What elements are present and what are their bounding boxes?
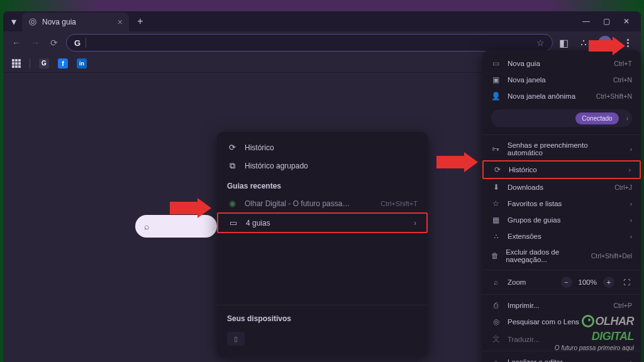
menu-favorites[interactable]: ☆ Favoritos e listas › (482, 195, 641, 212)
bookmark-linkedin[interactable]: in (77, 58, 87, 69)
annotation-arrow-kebab (589, 36, 625, 55)
omnibox[interactable]: G ☆ (66, 34, 553, 52)
devices-row: ▯ (217, 327, 428, 351)
star-icon: ☆ (491, 199, 501, 208)
menu-downloads[interactable]: ⬇ Downloads Ctrl+J (482, 179, 641, 195)
tab-bar: ▾ Nova guia × + — ▢ ✕ (3, 11, 641, 31)
menu-new-tab[interactable]: ▭ Nova guia Ctrl+T (482, 55, 641, 72)
address-input[interactable] (91, 38, 531, 48)
menu-passwords[interactable]: 🗝 Senhas e preenchimento automático › (482, 138, 641, 160)
window-icon: ▭ (228, 218, 238, 228)
printer-icon: ⎙ (491, 301, 501, 310)
download-icon: ⬇ (491, 183, 501, 192)
zoom-icon: ⌕ (491, 278, 501, 287)
new-tab-icon: ▭ (491, 59, 501, 68)
annotation-arrow-history (436, 152, 478, 172)
recent-tabs-section-header: Guias recentes (217, 175, 428, 194)
chevron-right-icon: › (630, 233, 632, 240)
menu-connected-pill[interactable]: Conectado › (491, 109, 632, 127)
chevron-right-icon: › (629, 167, 631, 173)
puzzle-icon: ⛬ (491, 232, 501, 241)
incognito-icon: 👤 (491, 92, 501, 101)
search-engine-icon: G (74, 38, 80, 48)
devices-section-header: Seus dispositivos (217, 308, 428, 327)
history-label: Histórico (245, 143, 274, 152)
new-window-icon: ▣ (491, 75, 501, 84)
window-controls: — ▢ ✕ (582, 17, 636, 26)
chevron-right-icon: › (630, 200, 632, 207)
tab-favicon-icon (28, 18, 37, 26)
four-tabs-window-item[interactable]: ▭ 4 guias › (217, 212, 428, 233)
recent-tab-item[interactable]: ◉ Olhar Digital - O futuro passa primeir… (217, 194, 428, 212)
history-menu-item[interactable]: ⟳ Histórico (217, 138, 428, 156)
apps-grid-icon[interactable] (12, 59, 21, 68)
menu-find[interactable]: ⌕ Localizar e editar › (482, 354, 641, 362)
bookmark-facebook[interactable]: f (58, 58, 68, 69)
four-tabs-label: 4 guias (246, 219, 270, 228)
menu-extensions[interactable]: ⛬ Extensões › (482, 228, 641, 244)
translate-icon: 文 (491, 334, 501, 344)
trash-icon: 🗑 (491, 251, 499, 260)
zoom-in-button[interactable]: + (603, 277, 614, 288)
active-tab[interactable]: Nova guia × (22, 13, 129, 31)
history-layers-icon: ⧉ (227, 161, 237, 171)
svg-point-1 (31, 21, 35, 24)
chevron-right-icon: › (414, 219, 416, 228)
menu-tab-groups[interactable]: ▦ Grupos de guias › (482, 212, 641, 228)
extension-icon[interactable]: ◧ (558, 37, 569, 48)
chevron-right-icon: › (630, 146, 632, 153)
chevron-right-icon: › (626, 115, 628, 122)
chevron-right-icon: › (630, 359, 632, 363)
grouped-history-menu-item[interactable]: ⧉ Histórico agrupado (217, 156, 428, 175)
fullscreen-icon[interactable]: ⛶ (621, 277, 632, 288)
zoom-out-button[interactable]: − (561, 277, 572, 288)
menu-new-window[interactable]: ▣ Nova janela Ctrl+N (482, 72, 641, 88)
ntp-search-pill[interactable]: ⌕ (135, 215, 217, 238)
grouped-history-label: Histórico agrupado (245, 162, 308, 170)
zoom-value: 100% (579, 278, 597, 286)
search-icon: ⌕ (144, 221, 149, 231)
history-clock-icon: ⟳ (492, 165, 502, 174)
history-clock-icon: ⟳ (227, 143, 237, 152)
menu-history[interactable]: ⟳ Histórico › (482, 160, 641, 179)
menu-print[interactable]: ⎙ Imprimir... Ctrl+P (482, 297, 641, 314)
menu-connected-row: Conectado › (482, 104, 641, 132)
bookmark-google[interactable]: G (39, 58, 49, 69)
menu-zoom: ⌕ Zoom − 100% + ⛶ (482, 273, 641, 292)
forward-button: → (28, 36, 42, 50)
omnibox-separator (86, 38, 86, 48)
bookmark-star-icon[interactable]: ☆ (536, 38, 545, 48)
tab-title: Nova guia (42, 18, 113, 26)
svg-point-0 (30, 19, 36, 26)
close-window-icon[interactable]: ✕ (622, 17, 631, 26)
minimize-icon[interactable]: — (582, 17, 591, 26)
chevron-right-icon: › (630, 217, 632, 224)
new-tab-button[interactable]: + (134, 16, 147, 27)
phone-device-icon[interactable]: ▯ (227, 332, 245, 346)
maximize-icon[interactable]: ▢ (602, 17, 611, 26)
tab-list-caret-icon[interactable]: ▾ (8, 16, 19, 27)
recent-tab-shortcut: Ctrl+Shift+T (380, 200, 418, 207)
menu-clear-data[interactable]: 🗑 Excluir dados de navegação... Ctrl+Shi… (482, 244, 641, 267)
watermark: OLHAR DIGITAL O futuro passa primeiro aq… (555, 314, 634, 352)
grid-icon: ▦ (491, 216, 501, 224)
key-icon: 🗝 (491, 145, 501, 153)
extensions-puzzle-icon[interactable]: ⛬ (578, 37, 589, 48)
back-button[interactable]: ← (9, 36, 23, 50)
recent-tab-title: Olhar Digital - O futuro passa primeiro … (245, 199, 352, 208)
tab-close-icon[interactable]: × (118, 17, 123, 27)
menu-incognito[interactable]: 👤 Nova janela anônima Ctrl+Shift+N (482, 88, 641, 104)
annotation-arrow-4tabs (170, 198, 211, 218)
find-icon: ⌕ (491, 358, 501, 362)
connected-badge: Conectado (575, 112, 618, 124)
recent-favicon-icon: ◉ (227, 199, 237, 208)
lens-icon: ◎ (491, 317, 501, 326)
reload-button[interactable]: ⟳ (47, 36, 61, 50)
history-submenu: ⟳ Histórico ⧉ Histórico agrupado Guias r… (217, 132, 428, 357)
bookmarks-separator (30, 58, 30, 69)
